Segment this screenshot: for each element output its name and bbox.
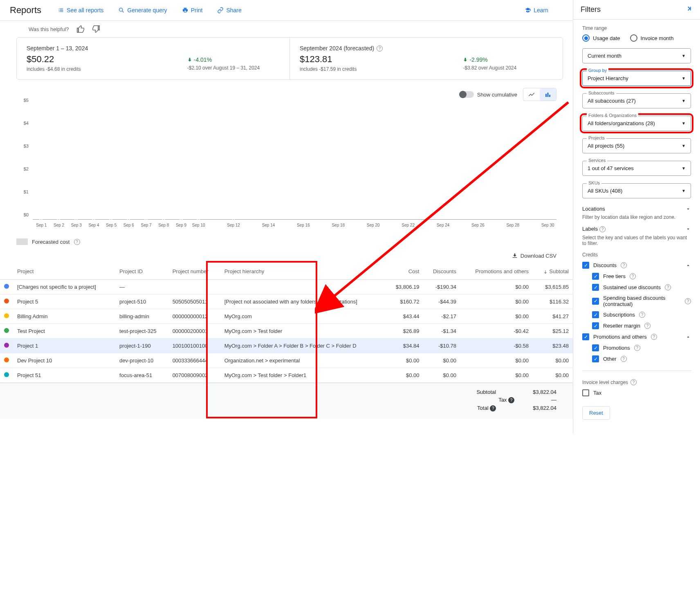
promotions-checkbox[interactable]: ✓Promotions ?: [592, 344, 691, 351]
cell-discounts: $0.00: [423, 353, 460, 368]
invoice-month-radio[interactable]: Invoice month: [630, 34, 674, 42]
card-pct-note: -$2.10 over August 19 – 31, 2024: [187, 65, 260, 71]
col-project-hierarchy[interactable]: Project hierarchy: [220, 263, 386, 280]
thumb-down-icon[interactable]: [92, 25, 100, 33]
cell-project: Test Project: [13, 324, 115, 339]
card-pct: -4.01%: [187, 56, 212, 63]
show-cumulative-toggle[interactable]: Show cumulative: [460, 91, 517, 98]
date-range-select[interactable]: Current month▼: [582, 48, 691, 63]
sort-desc-icon: [543, 270, 548, 274]
summary-cards: September 1 – 13, 2024 $50.22 includes -…: [16, 37, 563, 80]
tax-checkbox[interactable]: Tax: [582, 389, 691, 396]
help-icon[interactable]: ?: [630, 379, 637, 385]
skus-select[interactable]: SKUs All SKUs (408)▼: [582, 183, 691, 198]
col-project-id[interactable]: Project ID: [115, 263, 168, 280]
reseller-checkbox[interactable]: ✓Reseller margin ?: [592, 322, 691, 329]
thumb-up-icon[interactable]: [76, 25, 85, 33]
page-title: Reports: [10, 5, 41, 16]
help-icon[interactable]: ?: [665, 284, 671, 290]
card-credits: includes -$17.59 in credits: [300, 66, 357, 72]
help-icon[interactable]: ?: [377, 45, 383, 52]
time-range-label: Time range: [582, 25, 691, 31]
table-row[interactable]: Test Projecttest-project-325000000200001…: [0, 324, 573, 339]
table-row[interactable]: Project 5project-510505050505011[Project…: [0, 294, 573, 309]
table-row[interactable]: Project 51focus-area-51007008009002MyOrg…: [0, 368, 573, 383]
help-icon[interactable]: ?: [634, 345, 640, 351]
cell-cost: $43.44: [386, 309, 423, 324]
table-row[interactable]: [Charges not specific to a project]—$3,8…: [0, 280, 573, 294]
folders-select[interactable]: Folders & Organizations All folders/orga…: [582, 116, 691, 131]
table-footer: Subtotal$3,822.04 Tax ?— Total ?$3,822.0…: [0, 383, 573, 419]
collapse-filters-icon[interactable]: [685, 5, 693, 14]
cell-promotions: $0.00: [460, 309, 533, 324]
col-discounts[interactable]: Discounts: [423, 263, 460, 280]
help-icon[interactable]: ?: [599, 226, 606, 232]
col-project-number[interactable]: Project number: [168, 263, 220, 280]
table-row[interactable]: Project 1project-1-190100100100100MyOrg.…: [0, 339, 573, 353]
share-link[interactable]: Share: [217, 7, 241, 13]
help-icon[interactable]: ?: [621, 356, 627, 362]
help-icon[interactable]: ?: [639, 312, 645, 318]
cell-project-id: billing-admin: [115, 309, 168, 324]
chart-controls: Show cumulative: [0, 84, 573, 105]
help-icon[interactable]: ?: [651, 334, 657, 340]
cell-project: [Charges not specific to a project]: [13, 280, 115, 294]
labels-section[interactable]: Labels ?: [582, 226, 691, 232]
sustained-checkbox[interactable]: ✓Sustained use discounts ?: [592, 284, 691, 291]
cell-project-number: 000000200001: [168, 324, 220, 339]
summary-card-current: September 1 – 13, 2024 $50.22 includes -…: [17, 38, 289, 79]
cost-chart: $0$1$2$3$4$5 Sep 1Sep 2Sep 3Sep 4Sep 5Se…: [16, 105, 556, 232]
discounts-checkbox[interactable]: ✓Discounts ?: [582, 262, 691, 269]
cell-discounts: -$44.39: [423, 294, 460, 309]
col-promotions[interactable]: Promotions and others: [460, 263, 533, 280]
learn-icon: [525, 7, 531, 13]
cell-project-number: 007008009002: [168, 368, 220, 383]
cell-project-id: dev-project-10: [115, 353, 168, 368]
print-icon: [182, 7, 188, 13]
locations-section[interactable]: Locations: [582, 206, 691, 212]
print-link[interactable]: Print: [182, 7, 203, 13]
help-icon[interactable]: ?: [685, 298, 691, 304]
services-select[interactable]: Services 1 out of 47 services▼: [582, 161, 691, 176]
card-credits: includes -$4.68 in credits: [27, 66, 81, 72]
reset-button[interactable]: Reset: [582, 406, 610, 420]
help-icon[interactable]: ?: [644, 323, 651, 329]
generate-query-link[interactable]: Generate query: [118, 7, 167, 13]
table-row[interactable]: Billing Adminbilling-admin000000000012My…: [0, 309, 573, 324]
cell-project-number: 000000000012: [168, 309, 220, 324]
free-tiers-checkbox[interactable]: ✓Free tiers ?: [592, 273, 691, 280]
cell-project-number: 505050505011: [168, 294, 220, 309]
spending-checkbox[interactable]: ✓Spending based discounts (contractual) …: [592, 295, 691, 307]
help-icon[interactable]: ?: [508, 397, 514, 403]
filters-title: Filters: [581, 5, 601, 14]
cell-hierarchy: [Project not associated with any folders…: [220, 294, 386, 309]
bar-view-button[interactable]: [540, 88, 556, 101]
download-csv-button[interactable]: Download CSV: [512, 252, 556, 259]
table-row[interactable]: Dev Project 10dev-project-10000333666444…: [0, 353, 573, 368]
chevron-up-icon: [685, 263, 691, 268]
cell-project-id: project-510: [115, 294, 168, 309]
summary-card-forecast: September 2024 (forecasted) ? $123.81 in…: [289, 38, 563, 79]
projects-select[interactable]: Projects All projects (55)▼: [582, 138, 691, 153]
usage-date-radio[interactable]: Usage date: [582, 34, 620, 42]
subscriptions-checkbox[interactable]: ✓Subscriptions ?: [592, 311, 691, 318]
help-icon[interactable]: ?: [621, 262, 627, 268]
help-icon[interactable]: ?: [630, 273, 636, 279]
learn-link[interactable]: Learn: [525, 7, 548, 13]
cost-table: Project Project ID Project number Projec…: [0, 263, 573, 383]
card-pct: -2.99%: [463, 56, 487, 63]
svg-rect-3: [547, 93, 549, 97]
cell-project-id: focus-area-51: [115, 368, 168, 383]
line-view-button[interactable]: [523, 88, 540, 101]
see-all-reports-link[interactable]: See all reports: [58, 7, 103, 13]
col-project[interactable]: Project: [13, 263, 115, 280]
col-cost[interactable]: Cost: [386, 263, 423, 280]
card-pct-note: -$3.82 over August 2024: [463, 65, 516, 71]
col-subtotal[interactable]: Subtotal: [533, 263, 573, 280]
help-icon[interactable]: ?: [74, 239, 80, 245]
promotions-others-checkbox[interactable]: ✓Promotions and others ?: [582, 333, 691, 340]
other-checkbox[interactable]: ✓Other ?: [592, 355, 691, 362]
subaccounts-select[interactable]: Subaccounts All subaccounts (27)▼: [582, 93, 691, 108]
group-by-select[interactable]: Group by Project Hierarchy▼: [582, 71, 691, 86]
help-icon[interactable]: ?: [490, 405, 496, 411]
